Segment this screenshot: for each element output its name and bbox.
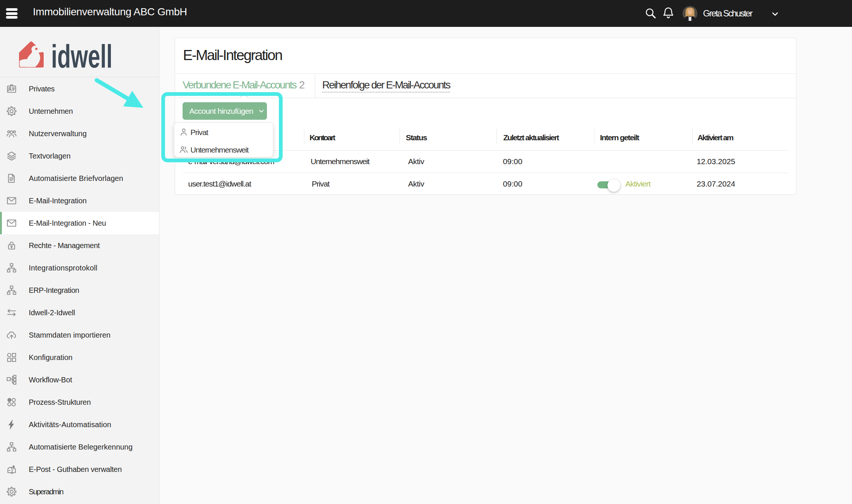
svg-text:idwell: idwell: [51, 39, 112, 73]
